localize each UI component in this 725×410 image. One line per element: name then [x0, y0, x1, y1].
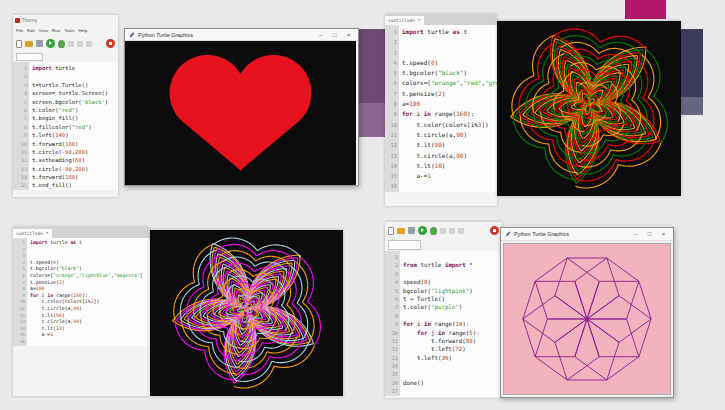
editor-tab[interactable]: [16, 53, 43, 61]
navy-accent-bottom: [681, 97, 703, 115]
turtle-window-pentagon[interactable]: Python Turtle Graphics – □ ×: [500, 227, 674, 398]
step-out-icon[interactable]: [86, 41, 92, 47]
maximize-button[interactable]: □: [329, 30, 340, 40]
code-editor-flower-orange[interactable]: 12345678910111213141516 import turtle as…: [385, 25, 497, 192]
new-file-icon[interactable]: [388, 227, 394, 235]
maximize-button[interactable]: □: [644, 229, 655, 239]
tab-strip: <untitled> *: [13, 227, 150, 238]
turtle-window-titlebar[interactable]: Python Turtle Graphics – □ ×: [125, 29, 358, 41]
menu-item-view[interactable]: View: [39, 28, 48, 33]
thonny-icon: [15, 18, 20, 23]
step-into-icon[interactable]: [77, 41, 83, 47]
editor-panel-flower-pink: <untitled> * 12345678910111213141516 imp…: [13, 227, 150, 396]
code-lines[interactable]: from turtle import * speed(0)bgcolor("li…: [400, 251, 502, 396]
turtle-window-titlebar[interactable]: Python Turtle Graphics – □ ×: [501, 228, 673, 241]
turtle-canvas-pentagon: [503, 243, 671, 395]
turtle-canvas-flower-pink: [150, 230, 343, 396]
slide-background: Thonny FileEditViewRunToolsHelp 12345678…: [0, 0, 725, 410]
python-icon: [505, 231, 511, 237]
save-icon[interactable]: [408, 227, 415, 234]
menu-item-help[interactable]: Help: [78, 28, 87, 33]
debug-icon[interactable]: [58, 40, 65, 48]
run-icon[interactable]: [46, 39, 55, 48]
python-icon: [129, 32, 135, 38]
navy-accent-block: [681, 29, 703, 115]
menu-item-tools[interactable]: Tools: [64, 28, 74, 33]
close-button[interactable]: ×: [343, 30, 354, 40]
thonny-toolbar: [385, 222, 502, 239]
turtle-canvas-heart: [125, 41, 356, 185]
navy-accent-top: [681, 29, 703, 97]
editor-tab[interactable]: <untitled> *: [385, 16, 424, 25]
window-title: Python Turtle Graphics: [514, 231, 627, 237]
line-numbers: 123456789101112131415: [13, 62, 29, 190]
debug-icon[interactable]: [430, 227, 437, 235]
code-editor-pentagon[interactable]: 1234567891011121314151617 from turtle im…: [385, 251, 502, 396]
stop-icon[interactable]: [106, 39, 115, 48]
magenta-accent-block: [625, 0, 666, 19]
open-file-icon[interactable]: [25, 41, 33, 47]
stop-icon[interactable]: [490, 226, 499, 235]
menu-item-edit[interactable]: Edit: [27, 28, 35, 33]
editor-panel-flower-orange: <untitled> * 12345678910111213141516 imp…: [385, 14, 497, 206]
thonny-window-heart: Thonny FileEditViewRunToolsHelp 12345678…: [13, 15, 118, 197]
new-file-icon[interactable]: [16, 40, 22, 48]
tab-strip: <untitled> *: [385, 14, 497, 25]
close-button[interactable]: ×: [658, 229, 669, 239]
editor-tab[interactable]: <untitled> *: [13, 229, 52, 238]
thonny-toolbar: [13, 35, 118, 52]
editor-tab[interactable]: [388, 240, 421, 250]
line-numbers: 12345678910111213141516: [13, 238, 27, 346]
step-over-icon[interactable]: [68, 41, 74, 47]
code-editor-heart[interactable]: 123456789101112131415 import turtle t=tu…: [13, 62, 118, 190]
turtle-window-heart[interactable]: Python Turtle Graphics – □ ×: [124, 28, 359, 186]
code-lines[interactable]: import turtle as t t.speed(0)t.bgcolor("…: [399, 25, 497, 192]
window-title: Python Turtle Graphics: [138, 32, 312, 38]
menu-item-file[interactable]: File: [16, 28, 23, 33]
menu-item-run[interactable]: Run: [52, 28, 60, 33]
save-icon[interactable]: [36, 40, 43, 47]
step-out-icon[interactable]: [458, 228, 464, 234]
minimize-button[interactable]: –: [630, 229, 641, 239]
open-file-icon[interactable]: [397, 228, 405, 234]
thonny-titlebar: Thonny: [13, 15, 118, 25]
line-numbers: 12345678910111213141516: [385, 25, 399, 192]
step-over-icon[interactable]: [440, 228, 446, 234]
line-numbers: 1234567891011121314151617: [385, 251, 400, 396]
turtle-canvas-flower-orange: [497, 21, 681, 196]
code-lines[interactable]: import turtle t=turtle.Turtle()screen= t…: [29, 62, 118, 190]
thonny-title: Thonny: [22, 18, 37, 23]
minimize-button[interactable]: –: [315, 30, 326, 40]
code-editor-flower-pink[interactable]: 12345678910111213141516 import turtle as…: [13, 238, 150, 346]
step-into-icon[interactable]: [449, 228, 455, 234]
run-icon[interactable]: [418, 226, 427, 235]
thonny-menubar: FileEditViewRunToolsHelp: [13, 25, 118, 35]
code-lines[interactable]: import turtle as t t.speed(0)t.bgcolor("…: [27, 238, 150, 346]
thonny-window-pentagon: 1234567891011121314151617 from turtle im…: [385, 222, 502, 398]
